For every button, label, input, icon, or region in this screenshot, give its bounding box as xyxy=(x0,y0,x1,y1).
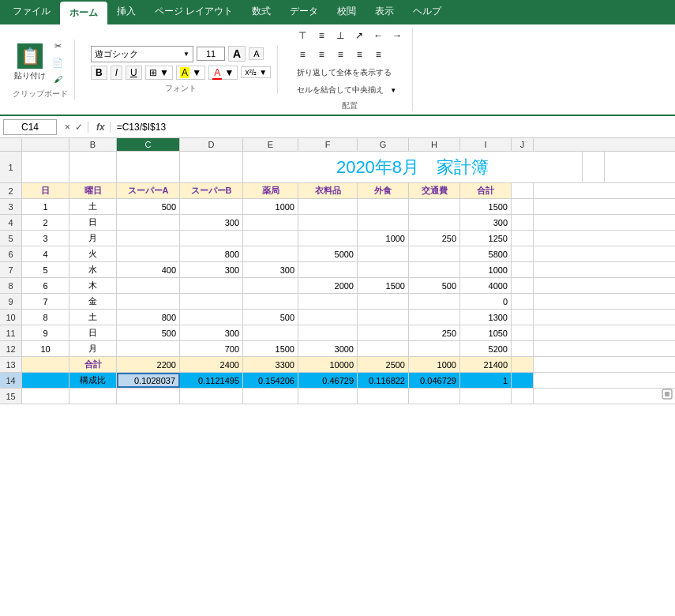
cell-f12[interactable]: 3000 xyxy=(298,341,358,356)
cell-h4[interactable] xyxy=(409,215,460,230)
align-bottom-icon[interactable]: ⊥ xyxy=(332,28,349,43)
cell-j10[interactable] xyxy=(512,310,534,325)
cell-i10[interactable]: 1300 xyxy=(460,310,512,325)
col-header-a[interactable] xyxy=(22,138,69,151)
cell-e13[interactable]: 3300 xyxy=(243,357,298,372)
cell-b6[interactable]: 火 xyxy=(69,246,117,261)
formula-cancel-icon[interactable]: × xyxy=(65,122,70,133)
cell-h3[interactable] xyxy=(409,199,460,214)
cell-h5[interactable]: 250 xyxy=(409,231,460,246)
align-middle-icon[interactable]: ≡ xyxy=(313,28,330,43)
cell-d5[interactable] xyxy=(180,231,243,246)
cell-e2[interactable]: 薬局 xyxy=(243,183,298,198)
cell-i8[interactable]: 4000 xyxy=(460,278,512,293)
paste-button[interactable]: 📋 xyxy=(17,43,43,69)
cell-h11[interactable]: 250 xyxy=(409,325,460,340)
cell-h8[interactable]: 500 xyxy=(409,278,460,293)
cell-h9[interactable] xyxy=(409,294,460,309)
cell-h2[interactable]: 交通費 xyxy=(409,183,460,198)
cell-c6[interactable] xyxy=(117,246,180,261)
cell-b13[interactable]: 合計 xyxy=(69,357,117,372)
cell-j8[interactable] xyxy=(512,278,534,293)
cell-j7[interactable] xyxy=(512,262,534,277)
cell-c3[interactable]: 500 xyxy=(117,199,180,214)
cell-i11[interactable]: 1050 xyxy=(460,325,512,340)
formula-input[interactable] xyxy=(114,120,672,134)
cell-d10[interactable] xyxy=(180,310,243,325)
cell-a15[interactable] xyxy=(22,389,69,404)
cell-f10[interactable] xyxy=(298,310,358,325)
cell-g15[interactable] xyxy=(358,389,409,404)
align-left-icon[interactable]: ≡ xyxy=(294,47,311,62)
cell-e12[interactable]: 1500 xyxy=(243,341,298,356)
cell-c10[interactable]: 800 xyxy=(117,310,180,325)
cell-ref-input[interactable] xyxy=(3,119,57,135)
align-left2-icon[interactable]: ≡ xyxy=(351,47,368,62)
cell-g5[interactable]: 1000 xyxy=(358,231,409,246)
cell-i12[interactable]: 5200 xyxy=(460,341,512,356)
cell-j1[interactable] xyxy=(583,152,605,182)
cell-a6[interactable]: 4 xyxy=(22,246,69,261)
cell-c1[interactable] xyxy=(117,152,180,182)
cell-b15[interactable] xyxy=(69,389,117,404)
cell-g3[interactable] xyxy=(358,199,409,214)
cell-a1[interactable] xyxy=(22,152,69,182)
cell-d9[interactable] xyxy=(180,294,243,309)
tab-page-layout[interactable]: ページ レイアウト xyxy=(145,0,242,24)
cell-j2[interactable] xyxy=(512,183,534,198)
font-name-box[interactable]: 遊ゴシック ▼ xyxy=(91,46,193,62)
text-direction-icon[interactable]: ↗ xyxy=(351,28,368,43)
font-border-icon[interactable]: ⊞ ▼ xyxy=(145,66,173,80)
cell-g2[interactable]: 外食 xyxy=(358,183,409,198)
cell-a14[interactable] xyxy=(22,373,69,388)
tab-help[interactable]: ヘルプ xyxy=(403,0,451,24)
cell-d12[interactable]: 700 xyxy=(180,341,243,356)
cell-d4[interactable]: 300 xyxy=(180,215,243,230)
cell-j15[interactable] xyxy=(512,389,534,404)
cell-b3[interactable]: 土 xyxy=(69,199,117,214)
cell-d2[interactable]: スーパーB xyxy=(180,183,243,198)
cell-d14[interactable]: 0.1121495 xyxy=(180,373,243,388)
align-right2-icon[interactable]: ≡ xyxy=(369,47,387,62)
cell-i7[interactable]: 1000 xyxy=(460,262,512,277)
cell-e5[interactable] xyxy=(243,231,298,246)
cell-i6[interactable]: 5800 xyxy=(460,246,512,261)
cell-a8[interactable]: 6 xyxy=(22,278,69,293)
cell-c11[interactable]: 500 xyxy=(117,325,180,340)
cell-d15[interactable] xyxy=(180,389,243,404)
cell-c9[interactable] xyxy=(117,294,180,309)
cell-j4[interactable] xyxy=(512,215,534,230)
cell-e4[interactable] xyxy=(243,215,298,230)
cell-i5[interactable]: 1250 xyxy=(460,231,512,246)
underline-button[interactable]: U xyxy=(126,66,142,80)
cell-a13[interactable] xyxy=(22,357,69,372)
cell-a11[interactable]: 9 xyxy=(22,325,69,340)
cell-c5[interactable] xyxy=(117,231,180,246)
merge-chevron[interactable]: ▼ xyxy=(390,87,396,94)
col-header-e[interactable]: E xyxy=(243,138,298,151)
tab-home[interactable]: ホーム xyxy=(60,2,107,24)
cell-e11[interactable] xyxy=(243,325,298,340)
cell-g13[interactable]: 2500 xyxy=(358,357,409,372)
merge-cells-button[interactable]: セルを結合して中央揃え xyxy=(294,83,387,97)
cell-a12[interactable]: 10 xyxy=(22,341,69,356)
cell-a7[interactable]: 5 xyxy=(22,262,69,277)
cell-b2[interactable]: 曜日 xyxy=(69,183,117,198)
cell-j14[interactable] xyxy=(512,373,534,388)
cell-b10[interactable]: 土 xyxy=(69,310,117,325)
align-center-icon[interactable]: ≡ xyxy=(313,47,330,62)
cell-a3[interactable]: 1 xyxy=(22,199,69,214)
cell-e6[interactable] xyxy=(243,246,298,261)
cell-g6[interactable] xyxy=(358,246,409,261)
cell-g8[interactable]: 1500 xyxy=(358,278,409,293)
cell-d3[interactable] xyxy=(180,199,243,214)
cell-g9[interactable] xyxy=(358,294,409,309)
cell-e3[interactable]: 1000 xyxy=(243,199,298,214)
cell-h15[interactable] xyxy=(409,389,460,404)
cell-g14[interactable]: 0.116822 xyxy=(358,373,409,388)
cell-e15[interactable] xyxy=(243,389,298,404)
cell-h6[interactable] xyxy=(409,246,460,261)
cell-a9[interactable]: 7 xyxy=(22,294,69,309)
cell-f6[interactable]: 5000 xyxy=(298,246,358,261)
cell-f3[interactable] xyxy=(298,199,358,214)
